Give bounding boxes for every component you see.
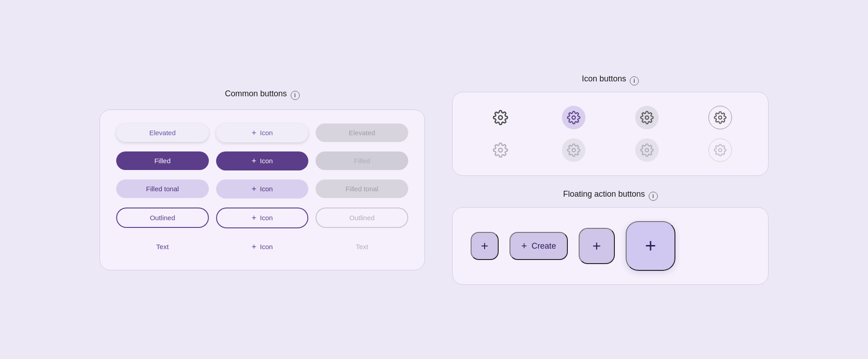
outlined-button[interactable]: Outlined [116, 208, 209, 228]
filled-button[interactable]: Filled [116, 151, 209, 170]
outlined-icon-button-variant[interactable] [708, 106, 732, 129]
filled-disabled-button: Filled [316, 151, 408, 170]
plus-icon: + [252, 129, 257, 137]
text-button[interactable]: Text [116, 237, 209, 256]
filled-icon-button[interactable]: + Icon [216, 151, 309, 170]
fab-extended-label: Create [532, 241, 556, 251]
outlined-icon-btn-disabled [690, 138, 750, 162]
icon-buttons-title: Icon buttons [582, 74, 626, 84]
right-section: Icon buttons i [452, 74, 769, 285]
tonal-icon-button-variant[interactable] [635, 106, 659, 129]
outlined-icon-button[interactable]: + Icon [216, 208, 309, 228]
filled-tonal-disabled-button: Filled tonal [316, 180, 408, 198]
gear-icon [493, 110, 508, 125]
filled-tonal-button[interactable]: Filled tonal [116, 180, 209, 198]
gear-icon-tonal-disabled [640, 143, 654, 157]
text-icon-button[interactable]: + Icon [216, 237, 309, 256]
elevated-button[interactable]: Elevated [116, 123, 209, 142]
icon-buttons-info-icon[interactable]: i [630, 76, 639, 85]
plus-icon-4: + [252, 214, 257, 222]
plus-icon-5: + [252, 243, 257, 251]
filled-icon-button-variant[interactable] [562, 106, 585, 129]
filled-icon-btn-enabled[interactable] [544, 106, 604, 129]
fab-extended-icon: + [521, 240, 527, 252]
tonal-icon-button-disabled [635, 138, 659, 162]
gear-icon-disabled [493, 142, 508, 158]
common-buttons-info-icon[interactable]: i [291, 91, 300, 100]
fab-info-icon[interactable]: i [649, 192, 658, 201]
gear-icon-outlined [714, 111, 726, 124]
gear-icon-filled-disabled [567, 143, 580, 157]
fab-small-button[interactable]: + [471, 232, 499, 260]
standard-icon-btn-disabled [471, 138, 530, 162]
common-buttons-section: Common buttons i Elevated + Icon Elevate… [99, 89, 425, 270]
tonal-icon-btn-disabled [617, 138, 677, 162]
outlined-icon-btn-enabled[interactable] [690, 106, 750, 129]
gear-icon-tonal [640, 111, 654, 124]
fab-large-button[interactable]: + [626, 221, 675, 271]
gear-icon-outlined-disabled [714, 144, 726, 156]
icon-buttons-section: Icon buttons i [452, 74, 769, 176]
gear-icon-filled [567, 111, 580, 124]
outlined-icon-label: Icon [260, 214, 273, 222]
filled-icon-label: Icon [260, 157, 273, 165]
filled-icon-button-disabled [562, 138, 585, 162]
text-disabled-button: Text [316, 237, 408, 256]
text-icon-label: Icon [260, 243, 273, 250]
fab-extended-button[interactable]: + Create [509, 232, 568, 260]
fab-title: Floating action buttons [563, 189, 645, 199]
fab-section: Floating action buttons i + + Create + + [452, 189, 769, 285]
filled-tonal-icon-button[interactable]: + Icon [216, 180, 309, 198]
common-buttons-title: Common buttons [225, 89, 287, 99]
filled-icon-btn-disabled [544, 138, 604, 162]
outlined-disabled-button: Outlined [316, 208, 408, 228]
elevated-icon-button[interactable]: + Icon [216, 123, 309, 142]
filled-tonal-icon-label: Icon [260, 185, 273, 193]
plus-icon-3: + [252, 185, 257, 193]
fab-medium-button[interactable]: + [579, 228, 615, 264]
tonal-icon-btn-enabled[interactable] [617, 106, 677, 129]
fab-panel: + + Create + + [452, 207, 769, 285]
plus-icon-2: + [252, 157, 257, 165]
elevated-icon-label: Icon [260, 129, 273, 137]
icon-buttons-panel [452, 92, 769, 176]
outlined-icon-button-disabled [708, 138, 732, 162]
standard-icon-btn-enabled[interactable] [471, 106, 530, 129]
elevated-disabled-button: Elevated [316, 123, 408, 142]
common-buttons-panel: Elevated + Icon Elevated Filled + Icon F… [99, 109, 425, 270]
standard-icon-button-disabled [489, 138, 512, 162]
standard-icon-button[interactable] [489, 106, 512, 129]
